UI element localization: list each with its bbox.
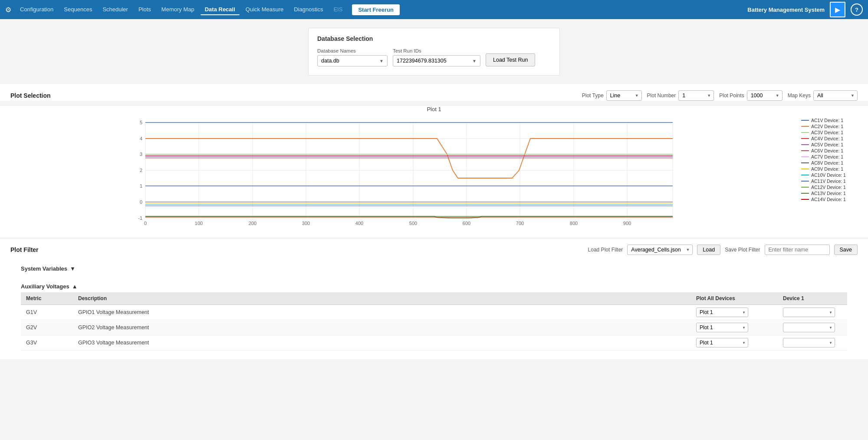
load-plot-filter-select[interactable]: Averaged_Cells.json: [628, 245, 692, 255]
device1-select-2[interactable]: Plot 1Plot 2: [783, 338, 835, 347]
legend-item-ac12v: AC12V Device: 1: [801, 185, 858, 190]
db-section-title: Database Selection: [317, 35, 551, 42]
load-test-run-button[interactable]: Load Test Run: [486, 53, 535, 66]
nav-diagnostics[interactable]: Diagnostics: [289, 4, 327, 15]
save-plot-filter-button[interactable]: Save: [834, 245, 858, 255]
help-button[interactable]: ?: [851, 3, 863, 16]
device1-cell: Plot 1Plot 2 ▼: [778, 320, 847, 335]
legend-item-ac4v: AC4V Device: 1: [801, 136, 858, 141]
device1-cell: Plot 1Plot 2 ▼: [778, 335, 847, 351]
description-cell: GPIO3 Voltage Measurement: [73, 335, 691, 351]
plot-all-select-0[interactable]: Plot 1Plot 2Plot 3None: [697, 308, 748, 317]
plot-filter-title: Plot Filter: [10, 246, 39, 253]
device1-select-0[interactable]: Plot 1Plot 2: [783, 308, 835, 317]
nav-scheduler[interactable]: Scheduler: [98, 4, 132, 15]
nav-items: Configuration Sequences Scheduler Plots …: [16, 4, 747, 15]
legend-label-ac8v: AC8V Device: 1: [811, 160, 843, 165]
svg-text:4: 4: [140, 136, 142, 141]
auxiliary-voltages-arrow: ▲: [72, 283, 78, 290]
legend-item-ac3v: AC3V Device: 1: [801, 130, 858, 135]
plot-all-select-wrap: Plot 1Plot 2Plot 3None ▼: [696, 308, 748, 317]
plot-type-label: Plot Type: [582, 93, 604, 99]
legend-label-ac3v: AC3V Device: 1: [811, 130, 843, 135]
svg-text:2: 2: [140, 168, 142, 173]
legend-color-ac8v: [801, 162, 809, 163]
col-header-device1: Device 1: [778, 292, 847, 305]
filter-name-input[interactable]: [765, 245, 830, 255]
legend-item-ac14v: AC14V Device: 1: [801, 197, 858, 202]
legend-item-ac13v: AC13V Device: 1: [801, 191, 858, 196]
load-plot-filter-button[interactable]: Load: [697, 245, 720, 255]
freerun-button[interactable]: Start Freerun: [352, 4, 400, 15]
plot-points-select-wrap: 10050010005000 ▼: [747, 90, 783, 101]
db-row: Database Names data.db ▼ Test Run IDs 17…: [317, 48, 551, 66]
legend-item-ac11v: AC11V Device: 1: [801, 179, 858, 184]
db-names-select-wrap: data.db ▼: [317, 55, 388, 66]
system-variables-section: System Variables ▼: [10, 260, 858, 279]
nav-memory-map[interactable]: Memory Map: [157, 4, 199, 15]
map-keys-label: Map Keys: [788, 93, 811, 99]
nav-quick-measure[interactable]: Quick Measure: [241, 4, 288, 15]
svg-text:500: 500: [409, 221, 417, 226]
nav-sequences[interactable]: Sequences: [59, 4, 96, 15]
nav-configuration[interactable]: Configuration: [16, 4, 58, 15]
plot-number-select[interactable]: 1234: [679, 91, 713, 100]
plot-header: Plot Selection Plot Type LineBarScatter …: [10, 90, 858, 101]
plot-number-label: Plot Number: [647, 93, 676, 99]
app-title: Battery Management System: [747, 7, 825, 13]
plot-all-select-wrap: Plot 1Plot 2Plot 3None ▼: [696, 323, 748, 332]
system-variables-header[interactable]: System Variables ▼: [21, 263, 847, 275]
plot-type-group: Plot Type LineBarScatter ▼: [582, 90, 642, 101]
legend-label-ac7v: AC7V Device: 1: [811, 154, 843, 159]
auxiliary-voltages-header[interactable]: Auxiliary Voltages ▲: [21, 281, 847, 292]
legend-label-ac11v: AC11V Device: 1: [811, 179, 846, 184]
play-button[interactable]: ▶: [830, 2, 845, 17]
save-plot-filter-label: Save Plot Filter: [725, 247, 760, 253]
database-selection: Database Selection Database Names data.d…: [308, 28, 560, 76]
test-run-ids-select-wrap: 1722394679.831305 ▼: [393, 55, 480, 66]
description-cell: GPIO1 Voltage Measurement: [73, 305, 691, 320]
plot-type-select[interactable]: LineBarScatter: [607, 91, 641, 100]
db-names-label: Database Names: [317, 48, 388, 53]
table-row: G3V GPIO3 Voltage Measurement Plot 1Plot…: [21, 335, 847, 351]
svg-text:300: 300: [302, 221, 310, 226]
svg-text:0: 0: [144, 221, 147, 226]
legend-label-ac2v: AC2V Device: 1: [811, 124, 843, 129]
gear-icon[interactable]: ⚙: [5, 6, 11, 14]
plot-type-select-wrap: LineBarScatter ▼: [606, 90, 642, 101]
plot-controls: Plot Type LineBarScatter ▼ Plot Number: [582, 90, 858, 101]
legend-color-ac3v: [801, 132, 809, 133]
nav-data-recall[interactable]: Data Recall: [201, 4, 240, 15]
map-keys-select[interactable]: AllNone: [814, 91, 857, 100]
plot-points-label: Plot Points: [719, 93, 744, 99]
metric-cell: G3V: [21, 335, 73, 351]
svg-text:600: 600: [463, 221, 470, 226]
svg-text:1: 1: [140, 183, 142, 189]
metric-cell: G1V: [21, 305, 73, 320]
legend-color-ac14v: [801, 199, 809, 200]
legend-label-ac13v: AC13V Device: 1: [811, 191, 846, 196]
plot-number-group: Plot Number 1234 ▼: [647, 90, 714, 101]
legend-color-ac4v: [801, 138, 809, 139]
test-run-ids-select[interactable]: 1722394679.831305: [393, 56, 480, 66]
legend-color-ac10v: [801, 175, 809, 175]
chart-legend: AC1V Device: 1 AC2V Device: 1 AC3V Devic…: [797, 116, 858, 230]
db-names-field: Database Names data.db ▼: [317, 48, 388, 66]
legend-color-ac7v: [801, 156, 809, 157]
legend-label-ac10v: AC10V Device: 1: [811, 172, 846, 178]
plot-all-select-2[interactable]: Plot 1Plot 2Plot 3None: [697, 338, 748, 347]
nav-plots[interactable]: Plots: [134, 4, 155, 15]
plot-all-select-1[interactable]: Plot 1Plot 2Plot 3None: [697, 323, 748, 332]
legend-color-ac12v: [801, 187, 809, 188]
system-variables-label: System Variables: [21, 265, 67, 272]
table-row: G2V GPIO2 Voltage Measurement Plot 1Plot…: [21, 320, 847, 335]
chart-title: Plot 1: [10, 106, 858, 112]
legend-color-ac2v: [801, 126, 809, 127]
legend-item-ac2v: AC2V Device: 1: [801, 124, 858, 129]
svg-text:100: 100: [195, 221, 203, 226]
db-names-select[interactable]: data.db: [318, 56, 387, 66]
plot-points-select[interactable]: 10050010005000: [747, 91, 782, 100]
legend-label-ac6v: AC6V Device: 1: [811, 148, 843, 153]
device1-select-1[interactable]: Plot 1Plot 2: [783, 323, 835, 332]
auxiliary-voltages-section: Auxiliary Voltages ▲ Metric Description …: [10, 279, 858, 355]
